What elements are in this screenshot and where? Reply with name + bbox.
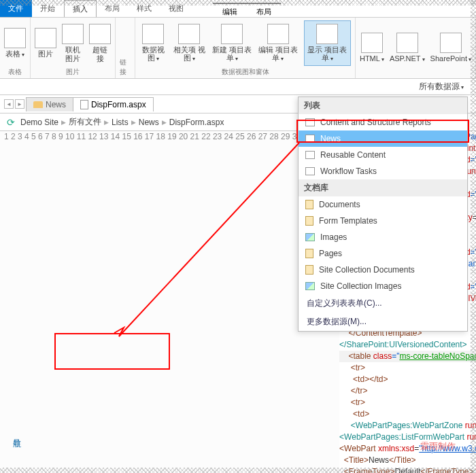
svg-line-0 <box>119 143 299 336</box>
watermark: 霖雨制作 <box>420 440 456 453</box>
annotation-arrow <box>0 0 476 473</box>
